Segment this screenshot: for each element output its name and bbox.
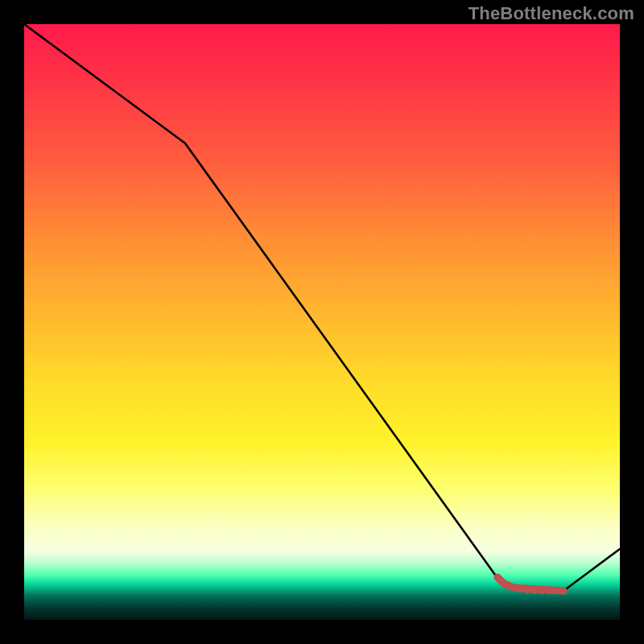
- svg-point-0: [496, 576, 503, 583]
- main-curve: [24, 24, 620, 591]
- svg-point-1: [502, 581, 510, 588]
- svg-point-9: [560, 588, 568, 595]
- plot-area: [24, 24, 620, 620]
- svg-point-6: [539, 588, 546, 595]
- svg-point-5: [531, 587, 539, 594]
- watermark-text: TheBottleneck.com: [469, 3, 634, 24]
- highlight-beads: [496, 576, 568, 595]
- svg-point-2: [510, 584, 517, 592]
- svg-point-3: [517, 586, 524, 593]
- svg-point-7: [546, 588, 553, 595]
- chart-svg: [24, 24, 620, 620]
- svg-point-8: [553, 588, 560, 595]
- svg-point-4: [524, 587, 531, 594]
- chart-frame: TheBottleneck.com: [0, 0, 644, 644]
